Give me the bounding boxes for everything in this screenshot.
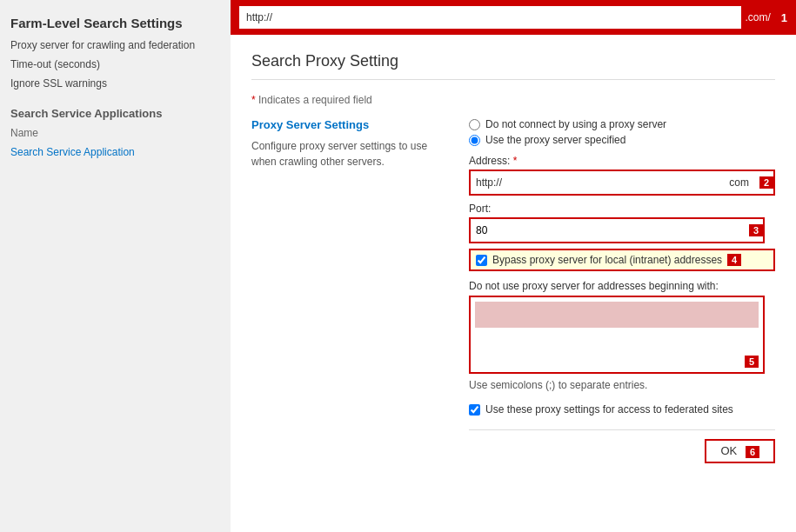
address-label: Address:	[469, 155, 775, 167]
port-label: Port:	[469, 203, 775, 215]
federated-checkbox[interactable]	[469, 404, 480, 416]
textarea-badge: 5	[745, 356, 759, 368]
ok-badge: 6	[746, 446, 759, 458]
radio-no-proxy[interactable]	[469, 119, 480, 130]
bypass-badge: 4	[727, 254, 741, 266]
radio-group: Do not connect by using a proxy server U…	[469, 118, 775, 146]
left-description: Proxy Server Settings Configure proxy se…	[251, 118, 443, 463]
bypass-checkbox[interactable]	[476, 255, 487, 266]
topbar-url-input[interactable]	[239, 6, 741, 29]
federated-row: Use these proxy settings for access to f…	[469, 403, 775, 416]
dialog-title: Search Proxy Setting	[251, 52, 775, 80]
federated-label[interactable]: Use these proxy settings for access to f…	[485, 403, 733, 416]
address-badge: 2	[759, 176, 773, 189]
radio-use-proxy-row: Use the proxy server specified	[469, 134, 775, 146]
radio-no-proxy-label[interactable]: Do not connect by using a proxy server	[485, 118, 666, 130]
dialog-area: Search Proxy Setting * Indicates a requi…	[231, 35, 796, 532]
sidebar-item-app-link[interactable]: Search Service Application	[0, 143, 231, 162]
textarea-wrapper: 5	[469, 296, 765, 374]
semicolon-note: Use semicolons (;) to separate entries.	[469, 379, 775, 391]
dialog-footer: OK 6	[469, 429, 775, 463]
bypass-addresses-textarea[interactable]	[471, 297, 763, 372]
port-row: 3	[469, 217, 765, 243]
bypass-label[interactable]: Bypass proxy server for local (intranet)…	[492, 254, 722, 266]
farm-level-title: Farm-Level Search Settings	[0, 9, 231, 36]
section-heading: Proxy Server Settings	[251, 118, 443, 131]
address-input[interactable]	[507, 171, 724, 194]
topbar: .com/ 1	[231, 0, 796, 35]
sidebar-item-ssl[interactable]: Ignore SSL warnings	[0, 74, 231, 93]
port-badge: 3	[749, 224, 763, 236]
port-input[interactable]	[471, 219, 744, 242]
required-note: * Indicates a required field	[251, 94, 775, 106]
section-desc: Configure proxy server settings to use w…	[251, 138, 443, 170]
sidebar: Farm-Level Search Settings Proxy server …	[0, 0, 231, 532]
address-prefix: http://	[471, 176, 507, 189]
radio-no-proxy-row: Do not connect by using a proxy server	[469, 118, 775, 130]
address-row: http:// com 2	[469, 170, 775, 196]
required-star: *	[251, 94, 256, 106]
search-apps-title: Search Service Applications	[0, 93, 231, 123]
right-fields: Do not connect by using a proxy server U…	[469, 118, 775, 463]
topbar-badge: 1	[781, 11, 787, 24]
radio-use-proxy-label[interactable]: Use the proxy server specified	[485, 134, 625, 146]
sidebar-item-proxy[interactable]: Proxy server for crawling and federation	[0, 36, 231, 55]
sidebar-item-timeout[interactable]: Time-out (seconds)	[0, 55, 231, 74]
required-note-text: Indicates a required field	[258, 94, 372, 106]
topbar-url-suffix: .com/	[741, 11, 773, 23]
dialog-content: Proxy Server Settings Configure proxy se…	[251, 118, 775, 463]
address-suffix-text: com	[724, 176, 754, 189]
no-proxy-label: Do not use proxy server for addresses be…	[469, 280, 775, 292]
ok-label: OK	[720, 444, 737, 457]
bypass-checkbox-row: Bypass proxy server for local (intranet)…	[469, 249, 775, 271]
name-column-label: Name	[0, 123, 231, 143]
ok-button[interactable]: OK 6	[705, 439, 775, 463]
radio-use-proxy[interactable]	[469, 135, 480, 146]
